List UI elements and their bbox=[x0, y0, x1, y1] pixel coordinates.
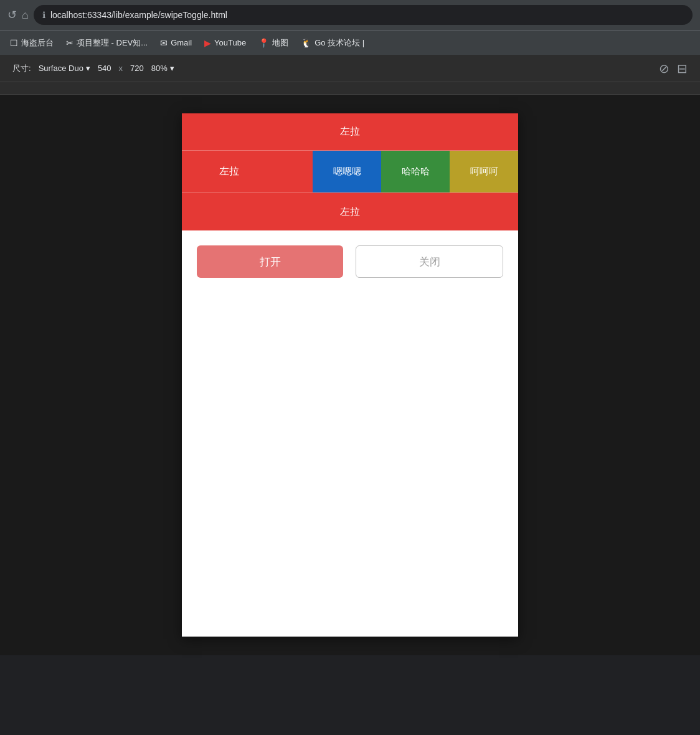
bookmarks-bar: ☐ 海盗后台 ✂ 项目整理 - DEV知... ✉ Gmail ▶ YouTub… bbox=[0, 30, 700, 55]
dimension-separator: x bbox=[119, 64, 123, 73]
bookmark-youtube[interactable]: ▶ YouTube bbox=[199, 36, 251, 50]
bookmark-projects-label: 项目整理 - DEV知... bbox=[77, 37, 148, 49]
bookmark-youtube-icon: ▶ bbox=[204, 38, 211, 48]
content-area bbox=[182, 293, 518, 604]
device-select-chevron: ▾ bbox=[86, 64, 90, 73]
swipe-action-1-label: 嗯嗯嗯 bbox=[333, 166, 361, 178]
bookmark-maps[interactable]: 📍 地图 bbox=[253, 35, 293, 51]
button-row: 打开 关闭 bbox=[182, 230, 518, 293]
swipe-action-2-label: 哈哈哈 bbox=[402, 166, 430, 178]
bookmark-pirates[interactable]: ☐ 海盗后台 bbox=[5, 35, 59, 51]
security-icon: ℹ bbox=[42, 10, 45, 20]
rotate-icon[interactable]: ⊘ bbox=[659, 61, 669, 76]
swipe-row-middle[interactable]: 左拉 嗯嗯嗯 哈哈哈 呵呵呵 bbox=[182, 151, 518, 193]
home-icon[interactable]: ⌂ bbox=[22, 9, 29, 22]
device-preview-area: 左拉 左拉 嗯嗯嗯 哈哈哈 呵呵呵 左拉 打开 关闭 bbox=[0, 95, 700, 655]
title-bar: ↺ ⌂ ℹ localhost:63343/lib/example/swipeT… bbox=[0, 0, 700, 30]
bookmark-maps-icon: 📍 bbox=[258, 38, 269, 48]
bookmark-pirates-label: 海盗后台 bbox=[21, 37, 54, 49]
swipe-action-3-label: 呵呵呵 bbox=[470, 166, 498, 178]
swipe-action-1[interactable]: 嗯嗯嗯 bbox=[313, 151, 381, 192]
bookmark-go-forum-icon: 🐧 bbox=[301, 38, 311, 48]
device-select[interactable]: Surface Duo ▾ bbox=[39, 64, 90, 73]
address-url: localhost:63343/lib/example/swipeToggle.… bbox=[50, 10, 227, 20]
swipe-action-3[interactable]: 呵呵呵 bbox=[450, 151, 518, 192]
device-toolbar: 尺寸: Surface Duo ▾ 540 x 720 80% ▾ ⊘ ⊟ bbox=[0, 55, 700, 82]
open-button[interactable]: 打开 bbox=[197, 245, 343, 278]
swipe-row-top[interactable]: 左拉 bbox=[182, 113, 518, 151]
swipe-action-2[interactable]: 哈哈哈 bbox=[381, 151, 450, 192]
device-frame: 左拉 左拉 嗯嗯嗯 哈哈哈 呵呵呵 左拉 打开 关闭 bbox=[182, 113, 518, 637]
ruler-marks bbox=[0, 82, 700, 94]
swipe-row-bottom[interactable]: 左拉 bbox=[182, 193, 518, 230]
address-bar[interactable]: ℹ localhost:63343/lib/example/swipeToggl… bbox=[34, 5, 693, 25]
bookmark-projects-icon: ✂ bbox=[66, 38, 73, 48]
device-name: Surface Duo bbox=[39, 64, 83, 73]
zoom-chevron: ▾ bbox=[170, 64, 174, 73]
device-height: 720 bbox=[130, 64, 144, 73]
bookmark-go-forum-label: Go 技术论坛 | bbox=[315, 37, 364, 49]
device-size-label: 尺寸: bbox=[12, 63, 31, 74]
close-button[interactable]: 关闭 bbox=[356, 245, 503, 278]
bookmark-go-forum[interactable]: 🐧 Go 技术论坛 | bbox=[296, 35, 369, 51]
bookmark-gmail[interactable]: ✉ Gmail bbox=[155, 36, 197, 50]
panel-toggle-icon[interactable]: ⊟ bbox=[677, 61, 688, 76]
bookmark-youtube-label: YouTube bbox=[214, 38, 246, 47]
swipe-top-label: 左拉 bbox=[340, 125, 360, 138]
swipe-bottom-label: 左拉 bbox=[340, 206, 360, 219]
bookmark-projects[interactable]: ✂ 项目整理 - DEV知... bbox=[61, 35, 153, 51]
bookmark-maps-label: 地图 bbox=[272, 37, 288, 49]
bookmark-gmail-icon: ✉ bbox=[160, 38, 168, 48]
swipe-middle-left[interactable]: 左拉 bbox=[182, 151, 313, 192]
device-width: 540 bbox=[98, 64, 111, 73]
zoom-select[interactable]: 80% ▾ bbox=[151, 64, 174, 73]
swipe-middle-label: 左拉 bbox=[219, 165, 239, 178]
ruler bbox=[0, 82, 700, 95]
bookmark-gmail-label: Gmail bbox=[171, 38, 192, 47]
zoom-value: 80% bbox=[151, 64, 168, 73]
bookmark-pirates-icon: ☐ bbox=[10, 38, 18, 48]
reload-icon[interactable]: ↺ bbox=[7, 8, 17, 22]
